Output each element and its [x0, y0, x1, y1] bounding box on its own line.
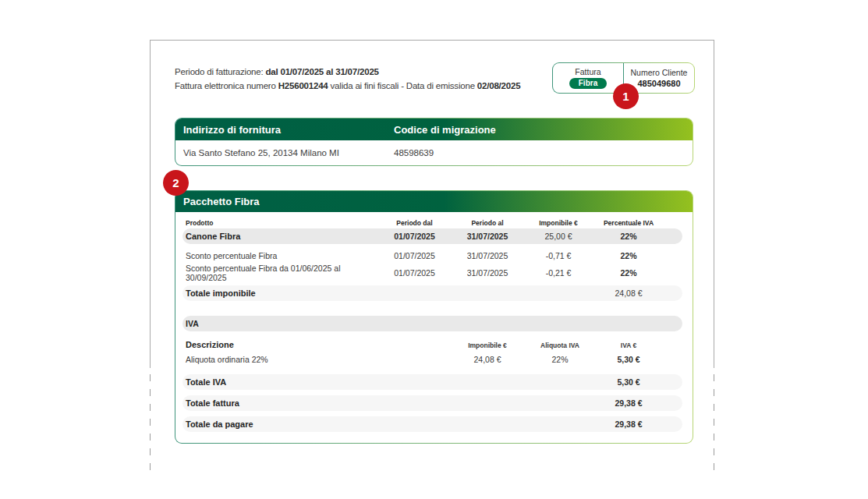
- callout-badge-1: 1: [613, 83, 639, 109]
- page-border-left-dashed: [150, 374, 151, 478]
- col-percentuale-iva: Percentuale IVA: [593, 219, 664, 227]
- supply-box-values: Via Santo Stefano 25, 20134 Milano MI 48…: [175, 140, 693, 165]
- customer-number-label: Numero Cliente: [631, 68, 688, 77]
- total-row: Totale fattura 29,38 €: [182, 395, 682, 411]
- product-name: Sconto percentuale Fibra: [182, 251, 378, 260]
- vat-description: Aliquota ordinaria 22%: [182, 355, 451, 364]
- invoice-header-text: Periodo di fatturazione: dal 01/07/2025 …: [175, 65, 520, 93]
- invoice-number-line: Fattura elettronica numero H256001244 va…: [175, 79, 520, 93]
- col-periodo-dal: Periodo dal: [378, 219, 451, 227]
- total-taxable-value: 24,08 €: [593, 288, 664, 298]
- page-border-left: [150, 41, 151, 368]
- migration-code-header: Codice di migrazione: [394, 124, 693, 136]
- supply-address-value: Via Santo Stefano 25, 20134 Milano MI: [183, 148, 394, 157]
- vat-column-headers: Descrizione Imponibile € Aliquota IVA IV…: [182, 338, 682, 352]
- period-from: 01/07/2025: [378, 232, 451, 241]
- total-value: 5,30 €: [593, 377, 664, 387]
- invoice-type-label: Fattura: [575, 67, 601, 76]
- billing-period-value: dal 01/07/2025 al 31/07/2025: [265, 67, 378, 76]
- invoice-page: Periodo di fatturazione: dal 01/07/2025 …: [150, 40, 714, 499]
- customer-number-value: 485049680: [637, 79, 680, 88]
- page-border-right-dashed: [714, 374, 714, 478]
- vat-taxable: 24,08 €: [451, 355, 524, 364]
- vat-amount: 5,30 €: [596, 355, 661, 364]
- total-label: Totale fattura: [182, 398, 378, 408]
- total-row: Totale da pagare 29,38 €: [182, 416, 682, 432]
- page-border-right: [714, 41, 714, 368]
- invoice-suffix: valida ai fini fiscali - Data di emissio…: [331, 81, 475, 90]
- table-row: Sconto percentuale Fibra da 01/06/2025 a…: [182, 264, 682, 279]
- total-label: Totale IVA: [182, 377, 378, 387]
- col-prodotto: Prodotto: [182, 219, 378, 227]
- vat-rate: 22%: [524, 355, 596, 364]
- total-taxable-row: Totale imponibile 24,08 €: [182, 285, 682, 301]
- col-imponibile: Imponibile €: [524, 219, 593, 227]
- invoice-type-cell: Fattura Fibra: [553, 63, 623, 93]
- col-iva-imponibile: Imponibile €: [451, 342, 524, 349]
- callout-badge-2: 2: [163, 170, 189, 196]
- period-from: 01/07/2025: [378, 268, 451, 278]
- vat-percent: 22%: [593, 268, 664, 278]
- vat-section-title: IVA: [182, 319, 199, 328]
- vat-percent: 22%: [593, 251, 664, 260]
- package-table: Prodotto Periodo dal Periodo al Imponibi…: [182, 211, 682, 432]
- period-to: 31/07/2025: [451, 251, 524, 260]
- total-row: Totale IVA 5,30 €: [182, 374, 682, 390]
- invoice-prefix: Fattura elettronica numero: [175, 81, 276, 90]
- package-title: Pacchetto Fibra: [183, 196, 693, 207]
- product-name: Sconto percentuale Fibra da 01/06/2025 a…: [182, 264, 378, 282]
- table-row: Sconto percentuale Fibra 01/07/2025 31/0…: [182, 248, 682, 264]
- supply-box-header: Indirizzo di fornitura Codice di migrazi…: [175, 119, 693, 140]
- taxable-amount: -0,71 €: [524, 251, 593, 260]
- vat-percent: 22%: [593, 232, 664, 241]
- package-column-headers: Prodotto Periodo dal Periodo al Imponibi…: [182, 217, 682, 228]
- package-title-bar: Pacchetto Fibra: [175, 191, 693, 212]
- taxable-amount: -0,21 €: [524, 268, 593, 278]
- col-periodo-al: Periodo al: [451, 219, 524, 227]
- period-to: 31/07/2025: [451, 268, 524, 278]
- vat-row: Aliquota ordinaria 22% 24,08 € 22% 5,30 …: [182, 352, 682, 367]
- period-from: 01/07/2025: [378, 251, 451, 260]
- table-row: Canone Fibra 01/07/2025 31/07/2025 25,00…: [182, 228, 682, 244]
- total-taxable-label: Totale imponibile: [182, 288, 378, 298]
- total-label: Totale da pagare: [182, 419, 378, 429]
- taxable-amount: 25,00 €: [524, 232, 593, 241]
- package-fibra-box: Pacchetto Fibra Prodotto Periodo dal Per…: [175, 190, 693, 444]
- issue-date: 02/08/2025: [477, 81, 521, 90]
- fibra-badge: Fibra: [569, 78, 607, 89]
- supply-address-box: Indirizzo di fornitura Codice di migrazi…: [175, 118, 693, 166]
- migration-code-value: 48598639: [394, 148, 693, 157]
- col-iva-amount: IVA €: [596, 342, 661, 349]
- invoice-number: H256001244: [278, 81, 328, 90]
- total-value: 29,38 €: [593, 398, 664, 408]
- period-to: 31/07/2025: [451, 232, 524, 241]
- col-descrizione: Descrizione: [182, 340, 451, 349]
- vat-section-bar: IVA: [182, 316, 682, 331]
- total-value: 29,38 €: [593, 419, 664, 429]
- product-name: Canone Fibra: [182, 232, 378, 241]
- billing-period-line: Periodo di fatturazione: dal 01/07/2025 …: [175, 65, 520, 79]
- col-aliquota-iva: Aliquota IVA: [524, 342, 596, 349]
- billing-period-label: Periodo di fatturazione:: [175, 67, 263, 76]
- supply-address-header: Indirizzo di fornitura: [183, 124, 394, 136]
